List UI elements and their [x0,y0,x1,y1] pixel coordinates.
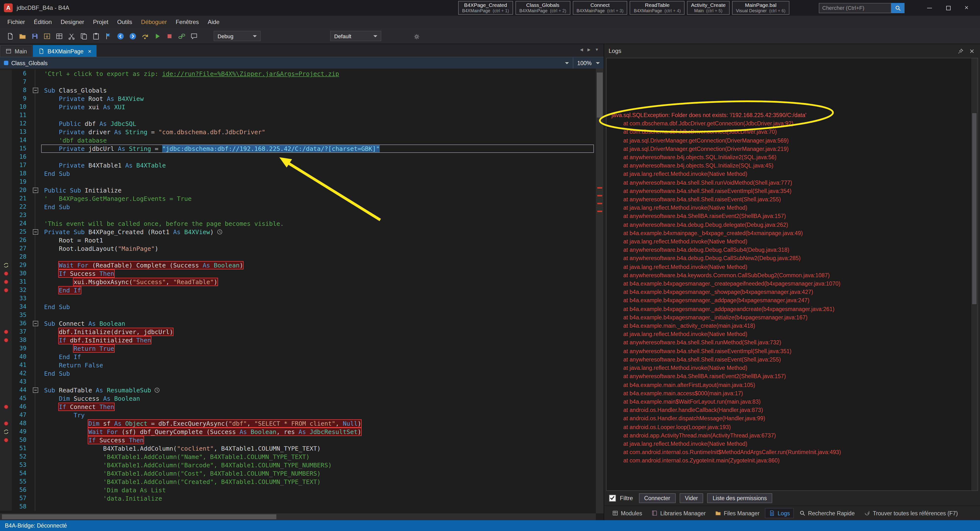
log-output[interactable]: java.sql.SQLException: Folder does not e… [606,58,978,491]
breakpoint-margin[interactable] [0,486,12,494]
quick-nav-readtable[interactable]: ReadTableB4XMainPage(ctrl + 4) [630,1,685,15]
breakpoint-margin[interactable] [0,111,12,119]
scope-selector[interactable]: Class_Globals [0,57,573,68]
save-all-icon[interactable] [29,30,41,42]
code-line[interactable]: 14 'dbf database [0,136,596,145]
panel-tab-libraries-manager[interactable]: Libraries Manager [648,508,710,518]
code-line[interactable]: 12 Public dbf As JdbcSQL [0,119,596,128]
code-line[interactable]: 53 'B4XTable1.AddColumn("Barcode", B4XTa… [0,461,596,469]
breakpoint-margin[interactable] [0,178,12,186]
code-line[interactable]: 31 xui.MsgboxAsync("Success", "ReadTable… [0,278,596,286]
breakpoint-margin[interactable] [0,378,12,386]
code-editor[interactable]: 6'Ctrl + click to export as zip: ide://r… [0,68,604,520]
breakpoint-margin[interactable] [0,311,12,320]
code-line[interactable]: 51 B4XTable1.AddColumn("coclient", B4XTa… [0,444,596,453]
code-line[interactable]: 38 If dbf.IsInitialized Then [0,336,596,344]
search-button[interactable] [891,3,905,13]
fold-toggle-icon[interactable] [33,321,38,326]
breakpoint-margin[interactable] [0,502,12,511]
menu-outils[interactable]: Outils [113,17,137,27]
code-line[interactable]: 47 Try [0,411,596,419]
pin-icon[interactable] [957,47,964,55]
permissions-list-button[interactable]: Liste des permissions [707,493,772,503]
quick-nav-connect[interactable]: ConnectB4XMainPage(ctrl + 3) [573,1,627,15]
panel-tab-logs[interactable]: Logs [765,508,794,518]
filter-checkbox[interactable] [609,495,616,502]
editor-tab-main[interactable]: Main [0,45,32,57]
breakpoint-margin[interactable] [0,203,12,211]
breakpoint-margin[interactable] [0,211,12,219]
connect-button[interactable]: Connecter [639,493,676,503]
code-line[interactable]: 30 If Success Then [0,269,596,278]
code-line[interactable]: 8Sub Class_Globals [0,86,596,95]
breakpoint-margin[interactable] [0,444,12,453]
breakpoint-margin[interactable] [0,145,12,153]
breakpoint-margin[interactable] [0,136,12,145]
breakpoint-margin[interactable] [0,70,12,78]
panel-tab-modules[interactable]: Modules [608,508,646,518]
build-profile-select[interactable]: Default [330,31,381,41]
code-line[interactable]: 7 [0,78,596,86]
code-line[interactable]: 33 [0,294,596,303]
code-line[interactable]: 45 Dim Success As Boolean [0,394,596,403]
options-button[interactable] [410,30,423,42]
breakpoint-margin[interactable] [0,170,12,178]
breakpoint-icon[interactable] [4,280,8,284]
breakpoint-margin[interactable] [0,194,12,203]
zoom-selector[interactable]: 100% [573,57,604,68]
breakpoint-margin[interactable] [0,386,12,394]
tab-scroll-right-icon[interactable]: ▶ [587,48,590,52]
breakpoint-margin[interactable] [0,419,12,428]
fold-toggle-icon[interactable] [33,88,38,93]
menu-fichier[interactable]: Fichier [3,17,29,27]
code-line[interactable]: 57 'data.Initialize [0,494,596,502]
breakpoint-margin[interactable] [0,294,12,303]
close-button[interactable] [958,2,976,14]
code-line[interactable]: 6'Ctrl + click to export as zip: ide://r… [0,70,596,78]
code-line[interactable]: 24'This event will be called once, befor… [0,219,596,228]
panel-tab-trouver-toutes-les-r-f-rences-f7[interactable]: Trouver toutes les références (F7) [860,508,962,518]
menu-dition[interactable]: Édition [29,17,56,27]
step-over-icon[interactable] [139,30,151,42]
breakpoint-icon[interactable] [4,421,8,426]
code-line[interactable]: 42End Sub [0,369,596,378]
code-line[interactable]: 40 End If [0,353,596,361]
fold-toggle-icon[interactable] [33,388,38,393]
breakpoint-margin[interactable] [0,361,12,369]
editor-horizontal-scrollbar[interactable] [0,514,596,520]
breakpoint-margin[interactable] [0,453,12,461]
code-line[interactable]: 26 Root = Root1 [0,236,596,245]
code-line[interactable]: 36Sub Connect As Boolean [0,320,596,328]
breakpoint-margin[interactable] [0,119,12,128]
scrollbar-thumb[interactable] [2,514,276,519]
navigate-forward-icon[interactable] [126,30,139,42]
code-line[interactable]: 16 [0,153,596,161]
code-line[interactable]: 52 'B4XTable1.AddColumn("Name", B4XTable… [0,453,596,461]
breakpoint-margin[interactable] [0,469,12,478]
breakpoint-margin[interactable] [0,269,12,278]
search-input[interactable] [819,3,891,13]
code-line[interactable]: 27 Root.LoadLayout("MainPage") [0,245,596,253]
code-line[interactable]: 10 Private xui As XUI [0,103,596,111]
minimize-button[interactable] [920,2,939,14]
code-line[interactable]: 44Sub ReadTable As ResumableSub [0,386,596,394]
editor-tab-b4xmainpage[interactable]: B4XMainPage× [33,45,97,57]
breakpoint-margin[interactable] [0,320,12,328]
menu-fen-tres[interactable]: Fenêtres [171,17,204,27]
code-line[interactable]: 21' B4XPages.GetManager.LogEvents = True [0,194,596,203]
quick-nav-b4xpage-created[interactable]: B4XPage_CreatedB4XMainPage(ctrl + 1) [458,1,513,15]
code-line[interactable]: 39 Return True [0,344,596,353]
code-line[interactable]: 35 [0,311,596,320]
quick-nav-activity-create[interactable]: Activity_CreateMain(ctrl + 5) [687,1,730,15]
code-line[interactable]: 17 Private B4XTable1 As B4XTable [0,161,596,170]
menu-aide[interactable]: Aide [204,17,224,27]
code-line[interactable]: 46 If Connect Then [0,403,596,411]
code-line[interactable]: 48 Dim sf As Object = dbf.ExecQueryAsync… [0,419,596,428]
run-icon[interactable] [151,30,163,42]
code-line[interactable]: 29 Wait For (ReadTable) Complete (Succes… [0,261,596,269]
code-line[interactable]: 50 If Success Then [0,436,596,444]
code-line[interactable]: 23 [0,211,596,219]
menu-projet[interactable]: Projet [89,17,113,27]
code-line[interactable]: 9 Private Root As B4XView [0,95,596,103]
navigate-back-icon[interactable] [114,30,126,42]
